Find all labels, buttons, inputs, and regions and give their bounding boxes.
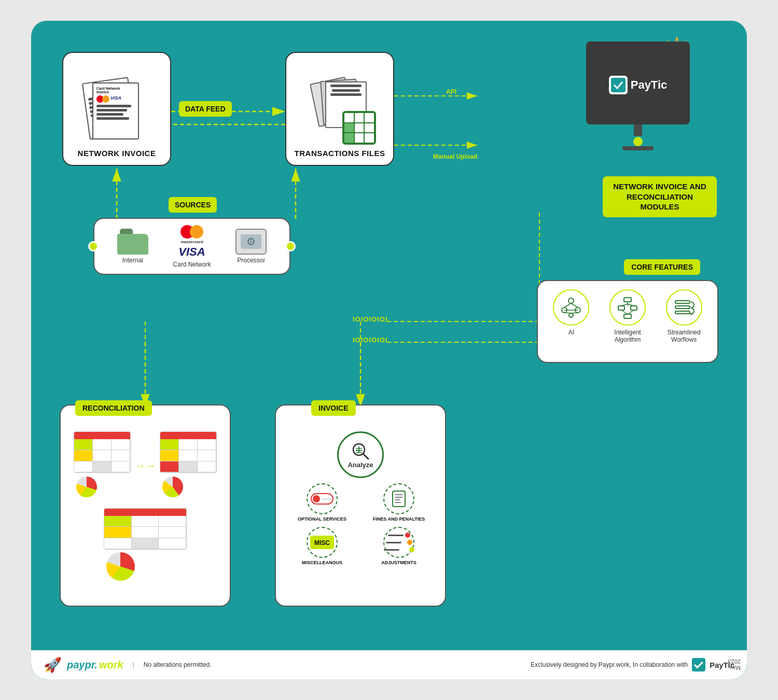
svg-point-21: [568, 298, 574, 303]
proc-screen: ⚙: [241, 234, 261, 249]
api-label: API: [446, 88, 456, 95]
folder-tab: [120, 229, 133, 234]
fines-penalties-icon: [383, 483, 414, 514]
monitor-stand: [634, 124, 642, 136]
recon-box: →→: [60, 404, 231, 607]
transactions-box: TRANSACTIONS FILES: [285, 52, 394, 166]
cf-ai-icon: [553, 289, 589, 326]
invoice-page-front: Card NetworkInvoice VISA: [92, 82, 139, 139]
recon-spreadsheet-2: [160, 431, 217, 500]
analyze-circle: Analyze: [337, 431, 384, 478]
recon-arrow-icon: →→: [135, 460, 156, 472]
invoice-main-label: INVOICE: [311, 400, 356, 416]
folder-icon: [117, 229, 148, 255]
recon-ss2: [160, 431, 217, 473]
monitor-dot: [633, 137, 643, 146]
nirm-text: NETWORK INVOICE AND RECONCILIATION MODUL…: [613, 182, 706, 211]
green-dot-right: [285, 241, 296, 251]
trans-table-icon: [342, 111, 376, 145]
network-invoice-box: VISA Card NetworkInvoice VISA: [62, 52, 171, 166]
svg-rect-31: [618, 306, 624, 310]
recon-pie-3: [106, 552, 135, 581]
svg-rect-40: [675, 306, 690, 309]
core-features-label: CORE FEATURES: [624, 259, 700, 275]
recon-spreadsheet-1: [74, 431, 131, 500]
adjustments-item: ADJUSTMENTS: [363, 527, 435, 565]
cf-ai: AI: [548, 289, 594, 336]
source-card-network: mastercard VISA Card Network: [173, 225, 211, 268]
binary-text-1: IOIOIOIOI: [353, 315, 388, 323]
sources-label: SOURCES: [169, 197, 217, 213]
adj-row-3: [384, 547, 414, 552]
paytic-checkmark-icon: [609, 76, 628, 94]
toggle-dot: [313, 495, 320, 502]
paytic-monitor: PayTic: [581, 41, 695, 171]
svg-rect-49: [393, 491, 405, 507]
recon-pie-2: [162, 477, 183, 497]
core-features-box: AI Intelligent Algorithm: [537, 280, 718, 363]
optional-services-icon: [307, 483, 338, 514]
svg-line-36: [628, 304, 634, 306]
footer-left: 🚀 paypr. work | No alterations permitted…: [44, 656, 531, 674]
data-feed-label: DATA FEED: [179, 101, 232, 117]
svg-rect-20: [611, 78, 626, 92]
paytic-text: PayTic: [631, 78, 668, 92]
rocket-icon: 🚀: [44, 656, 62, 674]
misc-badge: MISC: [314, 539, 330, 547]
svg-rect-33: [624, 314, 631, 318]
footer-right: Exclusively designed by Paypr.work, In c…: [531, 658, 734, 671]
svg-line-25: [564, 303, 571, 307]
svg-line-26: [571, 303, 578, 307]
payprwork-logo: paypr. work: [67, 659, 123, 671]
monitor-base: [622, 146, 654, 150]
svg-line-27: [564, 313, 571, 313]
cf-algo-icon: [609, 289, 646, 326]
invoice-sub-grid: OPTIONAL SERVICES FINES AND PENALTIES: [284, 483, 437, 565]
footer-no-alter: No alterations permitted.: [144, 661, 212, 668]
sources-box: Internal mastercard VISA Card Network ⚙ …: [93, 218, 290, 275]
recon-spreadsheets-row: →→: [68, 431, 222, 500]
monitor-screen: PayTic: [586, 41, 690, 124]
folder-body: [117, 234, 148, 255]
network-invoice-label: NETWORK INVOICE: [78, 149, 156, 158]
svg-line-38: [628, 310, 634, 314]
svg-point-24: [569, 313, 573, 317]
adjustments-icon: [383, 527, 414, 558]
recon-label: RECONCILIATION: [75, 400, 152, 416]
binary-text-2: IOIOIOIOI: [353, 336, 388, 344]
recon-spreadsheet-3: [104, 508, 187, 583]
optional-services-item: OPTIONAL SERVICES: [286, 483, 358, 522]
analyze-text: Analyze: [348, 461, 373, 469]
main-card: VISA Card NetworkInvoice VISA: [31, 21, 747, 679]
miscellaneous-item: MISC MISCELLEANOUS: [286, 527, 358, 565]
source-internal: Internal: [117, 229, 148, 264]
cf-algo: Intelligent Algorithm: [604, 289, 651, 343]
manual-upload-label: Manual Upload: [433, 153, 477, 160]
nirm-box: NETWORK INVOICE AND RECONCILIATION MODUL…: [603, 176, 717, 217]
svg-line-35: [621, 304, 628, 306]
footer-date: May 2023: [726, 659, 741, 671]
svg-line-28: [571, 313, 578, 313]
adj-row-1: [388, 533, 410, 538]
svg-line-37: [621, 310, 628, 314]
recon-ss1: [74, 431, 131, 473]
svg-rect-39: [675, 301, 690, 303]
invoice-box: Analyze OPTIONAL SERVICES: [275, 404, 446, 607]
footer: 🚀 paypr. work | No alterations permitted…: [31, 650, 747, 679]
proc-gear-icon: ⚙: [246, 235, 256, 248]
processor-icon: ⚙: [235, 229, 267, 255]
svg-rect-41: [675, 311, 690, 314]
svg-rect-30: [624, 298, 631, 302]
document-icon: [390, 489, 408, 508]
cf-workflow-icon: [666, 289, 702, 326]
adjustments-sliders: [384, 533, 414, 552]
green-dot-left: [88, 241, 99, 251]
transactions-label: TRANSACTIONS FILES: [295, 149, 385, 158]
footer-paytic-icon: [692, 658, 705, 671]
footer-exclusively: Exclusively designed by Paypr.work, In c…: [531, 661, 688, 668]
source-processor: ⚙ Processor: [235, 229, 267, 264]
svg-rect-32: [631, 306, 637, 310]
toggle-line: [322, 498, 331, 500]
recon-pie-1: [76, 477, 97, 497]
analyze-icon: [351, 441, 370, 461]
